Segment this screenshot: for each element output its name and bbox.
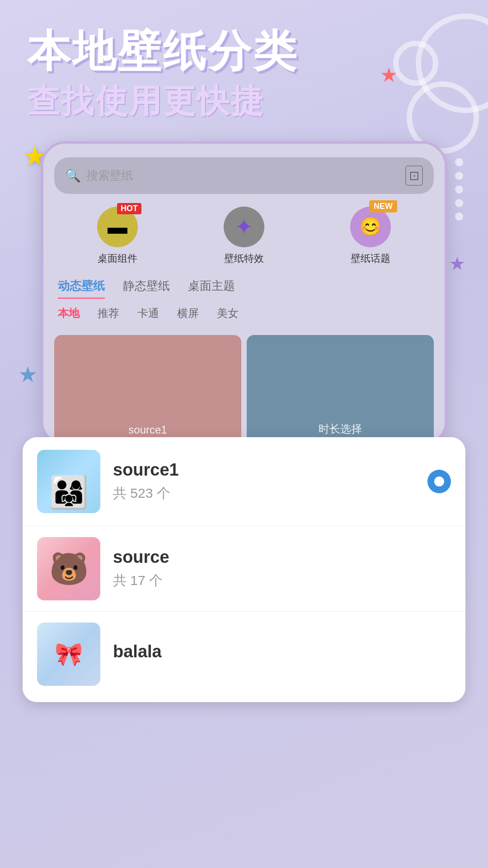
header: 本地壁纸分类 查找使用更快捷 <box>0 0 488 132</box>
wallpaper-topics-label: 壁纸话题 <box>351 252 390 265</box>
subtab-cartoon[interactable]: 卡通 <box>137 306 159 321</box>
export-icon[interactable]: ⊡ <box>405 165 423 186</box>
desktop-widget-label: 桌面组件 <box>98 252 137 265</box>
page-root: ★ ★ ★ ★ 本地壁纸分类 查找使用更快捷 🔍 搜索壁纸 ⊡ <box>0 0 488 868</box>
sub-tabs: 本地 推荐 卡通 横屏 美女 <box>54 302 434 328</box>
page-title-sub: 查找使用更快捷 <box>27 80 461 123</box>
phone-screen: 🔍 搜索壁纸 ⊡ HOT ▬ 桌面组件 <box>43 144 445 443</box>
search-icon: 🔍 <box>65 168 81 183</box>
subtab-recommend[interactable]: 推荐 <box>98 306 119 321</box>
new-badge: NEW <box>369 200 397 212</box>
wallpaper-effects-icon: ✦ <box>235 214 253 240</box>
subtab-landscape[interactable]: 横屏 <box>177 306 199 321</box>
list-radio-source1[interactable] <box>427 470 451 493</box>
list-info-source1: source1 共 523 个 <box>113 460 415 503</box>
category-wallpaper-effects[interactable]: ✦ 壁纸特效 <box>224 207 264 265</box>
list-thumb-source1: 👨‍👩‍👧 <box>37 450 100 513</box>
main-tabs: 动态壁纸 静态壁纸 桌面主题 <box>54 278 434 299</box>
hot-badge: HOT <box>117 203 141 214</box>
list-info-source: source 共 17 个 <box>113 547 451 590</box>
desktop-widget-icon-wrap: HOT ▬ <box>97 207 138 247</box>
tab-desktop-theme[interactable]: 桌面主题 <box>188 278 235 299</box>
source-list-panel: 👨‍👩‍👧 source1 共 523 个 🐻 source 共 17 个 <box>23 437 465 702</box>
list-item-source[interactable]: 🐻 source 共 17 个 <box>23 526 465 611</box>
phone-mockup: 🔍 搜索壁纸 ⊡ HOT ▬ 桌面组件 <box>41 141 447 446</box>
wallpaper-topics-icon: 😊 <box>359 216 382 237</box>
category-wallpaper-topics[interactable]: NEW 😊 壁纸话题 <box>350 207 391 265</box>
tab-dynamic-wallpaper[interactable]: 动态壁纸 <box>58 278 105 299</box>
list-count-source1: 共 523 个 <box>113 484 415 503</box>
subtab-local[interactable]: 本地 <box>58 306 80 321</box>
list-thumb-balala: 🎀 <box>37 623 100 686</box>
desktop-widget-icon: ▬ <box>108 216 127 238</box>
radio-inner-source1 <box>434 476 444 486</box>
wallpaper-label-duration: 时长选择 <box>319 422 362 436</box>
tab-static-wallpaper[interactable]: 静态壁纸 <box>123 278 170 299</box>
search-bar[interactable]: 🔍 搜索壁纸 ⊡ <box>54 157 434 194</box>
list-title-source1: source1 <box>113 460 415 480</box>
wallpaper-card-duration[interactable]: 时长选择 <box>247 335 434 443</box>
wallpaper-topics-icon-wrap: NEW 😊 <box>350 207 391 247</box>
phone-container: 🔍 搜索壁纸 ⊡ HOT ▬ 桌面组件 <box>0 141 488 446</box>
wallpaper-label-source1: source1 <box>128 424 167 436</box>
list-thumb-source: 🐻 <box>37 537 100 600</box>
categories-row: HOT ▬ 桌面组件 ✦ 壁纸特效 <box>54 207 434 265</box>
wallpaper-effects-icon-wrap: ✦ <box>224 207 264 247</box>
search-placeholder: 搜索壁纸 <box>86 168 400 184</box>
category-desktop-widget[interactable]: HOT ▬ 桌面组件 <box>97 207 138 265</box>
list-count-source: 共 17 个 <box>113 571 451 590</box>
wallpaper-card-source1[interactable]: source1 <box>54 335 241 443</box>
subtab-beauty[interactable]: 美女 <box>217 306 239 321</box>
list-title-source: source <box>113 547 451 567</box>
list-info-balala: balala <box>113 642 451 666</box>
list-item-source1[interactable]: 👨‍👩‍👧 source1 共 523 个 <box>23 437 465 526</box>
shinchan-thumbnail: 👨‍👩‍👧 <box>37 450 100 513</box>
wallpaper-effects-label: 壁纸特效 <box>224 252 264 265</box>
list-title-balala: balala <box>113 642 451 661</box>
page-title-main: 本地壁纸分类 <box>27 27 461 75</box>
list-item-balala[interactable]: 🎀 balala <box>23 611 465 702</box>
wallpaper-grid: source1 时长选择 <box>54 335 434 443</box>
